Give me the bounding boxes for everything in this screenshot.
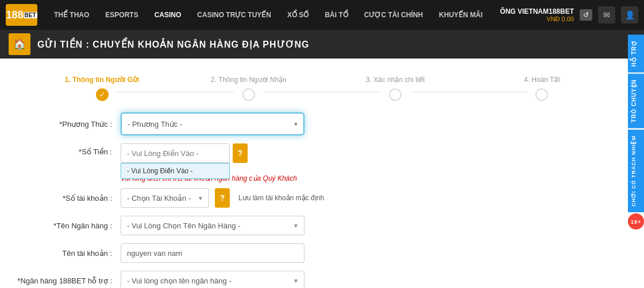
- step-1: 1. Thông tin Người Gửi ✓: [29, 76, 175, 101]
- nav-casino[interactable]: CASINO: [146, 0, 190, 30]
- step-2-label: 2. Thông tin Người Nhận: [211, 76, 287, 84]
- ho-tro-button[interactable]: HỖ TRỢ: [628, 34, 644, 72]
- phuong-thuc-select[interactable]: - Phương Thức -: [121, 112, 304, 135]
- step-4-dot: [535, 88, 548, 101]
- user-name: ÔNG VIETNAM188BET: [500, 7, 574, 15]
- ngan-hang-188-wrapper: - Vui lòng chọn tên ngân hàng -: [121, 271, 304, 288]
- phuong-thuc-label: *Phương Thức :: [17, 120, 121, 129]
- nav-casino-truc-tuyen[interactable]: CASINO TRỰC TUYẾN: [189, 0, 279, 30]
- user-balance: VNĐ 0.00: [546, 15, 574, 22]
- ten-tai-khoan-label: Tên tài khoản :: [17, 249, 121, 258]
- main-content: 1. Thông tin Người Gửi ✓ 2. Thông tin Ng…: [0, 59, 644, 288]
- ten-tai-khoan-input[interactable]: [121, 243, 304, 263]
- top-navigation: 188 BET THỂ THAO ESPORTS CASINO CASINO T…: [0, 0, 644, 30]
- so-tai-khoan-wrapper: - Chọn Tài Khoản -: [121, 188, 209, 208]
- reload-button[interactable]: ↺: [580, 9, 592, 21]
- step-1-label: 1. Thông tin Người Gửi: [65, 76, 140, 84]
- page-header: 🏠 GỬI TIỀN : CHUYỂN KHOẢN NGÂN HÀNG ĐỊA …: [0, 30, 644, 59]
- home-button[interactable]: 🏠: [9, 33, 30, 55]
- step-2-dot: [242, 88, 255, 101]
- so-tai-khoan-row: *Số tài khoản : - Chọn Tài Khoản - ? Lưu…: [17, 188, 627, 208]
- logo[interactable]: 188 BET: [6, 4, 37, 26]
- so-tien-label: *Số Tiền :: [17, 143, 121, 156]
- nav-bai-to[interactable]: BÀI TỔ: [317, 0, 356, 30]
- age-18-button[interactable]: 18+: [628, 213, 644, 229]
- ten-ngan-hang-label: *Tên Ngân hàng :: [17, 221, 121, 230]
- tro-chuyen-button[interactable]: TRÒ CHUYỆN: [628, 73, 644, 128]
- steps-container: 1. Thông tin Người Gửi ✓ 2. Thông tin Ng…: [17, 70, 627, 107]
- ten-tai-khoan-row: Tên tài khoản :: [17, 243, 627, 263]
- page-title: GỬI TIỀN : CHUYỂN KHOẢN NGÂN HÀNG ĐỊA PH…: [37, 39, 310, 50]
- nav-khuyen-mai[interactable]: KHUYẾN MÃI: [431, 0, 491, 30]
- step-4: 4. Hoàn Tất: [469, 76, 615, 101]
- ten-ngan-hang-select[interactable]: - Vui Lòng Chọn Tên Ngân Hàng -: [121, 216, 304, 235]
- so-tien-input[interactable]: [121, 143, 230, 163]
- so-tai-khoan-label: *Số tài khoản :: [17, 194, 121, 203]
- nav-xo-so[interactable]: XỔ SỐ: [279, 0, 317, 30]
- mail-icon-btn[interactable]: ✉: [598, 6, 615, 24]
- tai-khoan-row: - Chọn Tài Khoản - ? Lưu làm tài khoản m…: [121, 188, 324, 208]
- so-tien-dropdown-text: - Vui Lòng Điền Vào -: [127, 167, 193, 175]
- top-right-area: ÔNG VIETNAM188BET VNĐ 0.00 ↺ ✉ 👤: [500, 6, 638, 24]
- so-tai-khoan-select[interactable]: - Chọn Tài Khoản -: [121, 188, 209, 208]
- nav-the-thao[interactable]: THỂ THAO: [46, 0, 97, 30]
- step-2: 2. Thông tin Người Nhận: [175, 76, 322, 101]
- ngan-hang-188-row: *Ngân hàng 188BET hỗ trợ : - Vui lòng ch…: [17, 271, 627, 288]
- phuong-thuc-row: *Phương Thức : - Phương Thức -: [17, 112, 627, 135]
- so-tien-help-button[interactable]: ?: [233, 143, 248, 163]
- tai-khoan-help-button[interactable]: ?: [215, 188, 230, 208]
- set-default-label: Lưu làm tài khoản mặc định: [238, 194, 324, 202]
- deposit-form: *Phương Thức : - Phương Thức - *Số Tiền …: [17, 107, 627, 288]
- phuong-thuc-wrapper: - Phương Thức -: [121, 112, 304, 135]
- user-icon-btn[interactable]: 👤: [621, 6, 638, 24]
- user-info: ÔNG VIETNAM188BET VNĐ 0.00: [500, 7, 574, 22]
- ngan-hang-188-select[interactable]: - Vui lòng chọn tên ngân hàng -: [121, 271, 304, 288]
- nav-cuoc-tai-chinh[interactable]: CƯỢC TÀI CHÍNH: [356, 0, 431, 30]
- so-tien-dropdown: - Vui Lòng Điền Vào -: [121, 163, 230, 179]
- right-sidebar: HỖ TRỢ TRÒ CHUYỆN CHƠI CÓ TRÁCH NHIỆM 18…: [628, 34, 644, 231]
- ten-ngan-hang-row: *Tên Ngân hàng : - Vui Lòng Chọn Tên Ngâ…: [17, 216, 627, 235]
- logo-bet-label: BET: [24, 12, 37, 18]
- nav-links: THỂ THAO ESPORTS CASINO CASINO TRỰC TUYẾ…: [46, 0, 500, 30]
- step-4-label: 4. Hoàn Tất: [524, 76, 560, 84]
- step-3-label: 3. Xác nhận chi tiết: [366, 76, 425, 84]
- so-tien-wrapper: - Vui Lòng Điền Vào -: [121, 143, 230, 163]
- step-3-dot: [389, 88, 402, 101]
- step-3: 3. Xác nhận chi tiết: [322, 76, 469, 101]
- ten-ngan-hang-wrapper: - Vui Lòng Chọn Tên Ngân Hàng -: [121, 216, 304, 235]
- so-tien-row: *Số Tiền : - Vui Lòng Điền Vào - ?: [17, 143, 627, 163]
- step-1-dot: ✓: [96, 88, 109, 101]
- nav-esports[interactable]: ESPORTS: [97, 0, 146, 30]
- ngan-hang-188-label: *Ngân hàng 188BET hỗ trợ :: [17, 277, 121, 285]
- choi-co-trach-nhiem-button[interactable]: CHƠI CÓ TRÁCH NHIỆM: [628, 130, 644, 212]
